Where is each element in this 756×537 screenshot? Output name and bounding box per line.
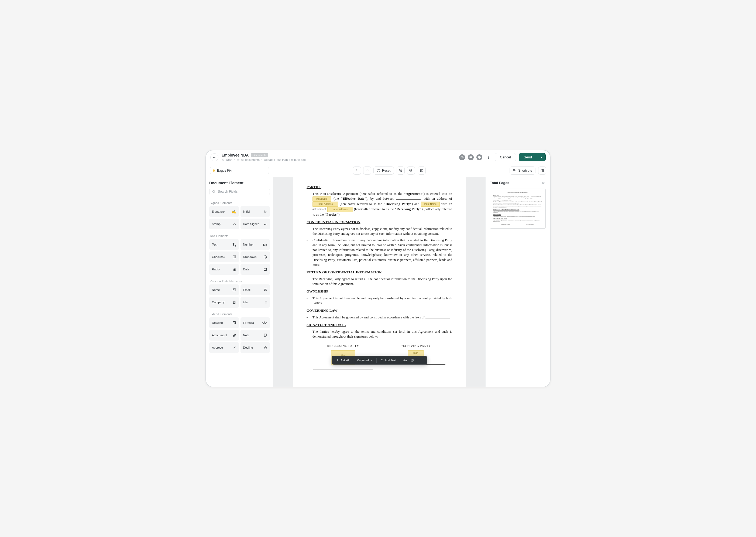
status-text: Draft xyxy=(226,158,232,161)
zoom-out-icon xyxy=(409,169,413,172)
sparkle-icon xyxy=(336,359,339,362)
receiving-party-label: RECEIVING PARTY xyxy=(386,344,445,349)
element-date[interactable]: Date xyxy=(241,264,270,275)
font-size-button[interactable]: Aa xyxy=(402,357,408,363)
svg-rect-16 xyxy=(264,268,266,271)
redo-button[interactable] xyxy=(363,167,371,175)
document-page[interactable]: PARTIES - This Non-Disclosure Agreement … xyxy=(293,177,466,387)
shortcuts-button[interactable]: Shortcuts xyxy=(510,167,536,175)
element-data-signed[interactable]: Data Signed xyxy=(241,219,270,229)
check-icon: ✓ xyxy=(233,346,236,350)
svg-rect-1 xyxy=(470,156,472,158)
document-chip: Documents xyxy=(251,153,268,157)
field-input-name[interactable]: Input Name xyxy=(421,202,440,207)
heading-governing: GOVERNING LAW xyxy=(307,308,452,313)
back-button[interactable] xyxy=(210,153,218,161)
element-title[interactable]: titleT xyxy=(241,297,270,308)
fit-screen-icon xyxy=(420,169,424,172)
field-input-address-1[interactable]: Input Address xyxy=(313,202,338,207)
element-company[interactable]: Company xyxy=(209,297,239,308)
info-button[interactable]: i xyxy=(476,154,482,160)
total-pages-label: Total Pages xyxy=(490,181,509,185)
element-number[interactable]: NumberNo xyxy=(241,239,270,250)
svg-point-18 xyxy=(234,289,234,290)
add-text-button[interactable]: Add Text xyxy=(378,357,398,363)
building-icon xyxy=(232,300,236,304)
element-checkbox[interactable]: Checkbox☑ xyxy=(209,252,239,262)
svg-rect-17 xyxy=(233,289,236,291)
zoom-in-button[interactable] xyxy=(397,167,405,175)
field-input-address-2[interactable]: Input Address xyxy=(327,207,353,212)
svg-point-6 xyxy=(488,158,489,158)
note-icon xyxy=(263,333,267,337)
search-input[interactable]: Search Fields xyxy=(209,188,270,195)
field-input-date[interactable]: Input Date xyxy=(313,196,331,202)
send-options-button[interactable] xyxy=(537,153,546,161)
panel-toggle-button[interactable] xyxy=(538,167,546,175)
comments-button[interactable] xyxy=(468,154,474,160)
chevron-down-icon: ⌄ xyxy=(264,169,266,172)
image-icon xyxy=(232,321,236,325)
heading-parties: PARTIES xyxy=(307,185,452,190)
reset-icon xyxy=(377,169,380,172)
dropdown-icon xyxy=(263,255,267,259)
number-icon: No xyxy=(263,242,267,247)
element-dropdown[interactable]: Dropdown xyxy=(241,252,270,262)
chat-icon xyxy=(469,156,472,159)
floating-toolbar: Ask AI Required Add Text Aa ⋯ xyxy=(332,356,427,365)
text-aa-icon: Aa xyxy=(403,359,406,362)
info-icon: i xyxy=(478,156,481,159)
visibility-button[interactable] xyxy=(459,154,465,160)
undo-button[interactable] xyxy=(353,167,361,175)
element-drawing[interactable]: Drawing xyxy=(209,317,239,328)
panel-title: Document Element xyxy=(209,181,270,185)
page-thumbnail-1[interactable]: NON-DISCLOSURE AGREEMENT PARTIES This No… xyxy=(490,188,546,228)
main: Document Element Search Fields Signed El… xyxy=(206,177,550,387)
arrow-left-icon xyxy=(213,156,216,159)
element-attachment[interactable]: Attachment xyxy=(209,330,239,341)
toolbar-more-button[interactable]: ⋯ xyxy=(419,357,425,363)
title-block: Employee NDA Documents ◎ Draft • ▭ All d… xyxy=(222,153,456,161)
blank-law[interactable] xyxy=(426,315,450,318)
id-icon xyxy=(232,288,236,292)
element-decline[interactable]: Decline⊘ xyxy=(241,342,270,353)
redo-icon xyxy=(365,169,369,172)
zoom-in-icon xyxy=(399,169,402,172)
ask-ai-button[interactable]: Ask AI xyxy=(334,357,351,363)
svg-point-5 xyxy=(488,157,489,157)
folder-icon xyxy=(380,359,383,362)
element-name[interactable]: Name xyxy=(209,284,239,295)
recipient-select[interactable]: Bagus Fikri ⌄ xyxy=(210,167,269,174)
element-formula[interactable]: Formula</> xyxy=(241,317,270,328)
element-signature[interactable]: Signature✍ xyxy=(209,206,239,217)
canvas[interactable]: PARTIES - This Non-Disclosure Agreement … xyxy=(273,177,485,387)
element-approve[interactable]: Approve✓ xyxy=(209,342,239,353)
eye-icon xyxy=(461,156,464,159)
title-icon: T xyxy=(265,300,267,305)
element-email[interactable]: Email✉ xyxy=(241,284,270,295)
cancel-button[interactable]: Cancel xyxy=(495,153,516,161)
element-initial[interactable]: Initial xyxy=(241,206,270,217)
code-icon: </> xyxy=(262,321,267,325)
element-stamp[interactable]: Stamp xyxy=(209,219,239,229)
send-button[interactable]: Send xyxy=(519,153,537,161)
more-button[interactable] xyxy=(485,154,492,161)
element-radio[interactable]: Radio◉ xyxy=(209,264,239,275)
status-icon: ◎ xyxy=(222,158,224,161)
keyboard-icon xyxy=(513,169,516,172)
signature-icon: ✍ xyxy=(232,209,236,214)
fit-button[interactable] xyxy=(418,167,426,175)
reset-button[interactable]: Reset xyxy=(373,167,394,175)
section-text: Text Elements xyxy=(210,234,270,237)
svg-rect-11 xyxy=(515,171,516,172)
app-window: Employee NDA Documents ◎ Draft • ▭ All d… xyxy=(206,150,550,387)
element-note[interactable]: Note xyxy=(241,330,270,341)
data-signed-icon xyxy=(263,222,267,226)
required-dropdown[interactable]: Required xyxy=(355,357,375,363)
element-text[interactable]: TextTT xyxy=(209,239,239,250)
svg-point-14 xyxy=(234,223,235,224)
zoom-out-button[interactable] xyxy=(407,167,415,175)
svg-rect-10 xyxy=(513,169,515,170)
blank-name-1[interactable] xyxy=(396,196,421,200)
color-button[interactable] xyxy=(409,357,415,363)
